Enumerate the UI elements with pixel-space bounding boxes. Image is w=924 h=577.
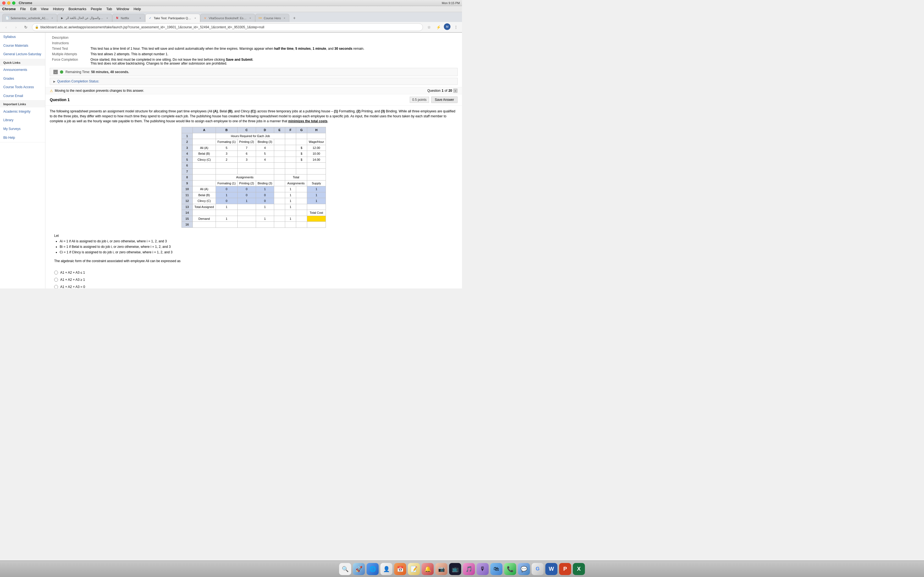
menu-edit[interactable]: Edit bbox=[30, 7, 36, 11]
tab-close-vitalsource[interactable]: × bbox=[248, 16, 252, 20]
tab-vitalsource[interactable]: V VitalSource Bookshelf: Essenti... × bbox=[200, 14, 255, 22]
menu-tab[interactable]: Tab bbox=[106, 7, 112, 11]
bookmark-icon[interactable]: ☆ bbox=[425, 23, 433, 31]
menu-icon[interactable]: ⋮ bbox=[452, 23, 460, 31]
sidebar-item-bb-help[interactable]: Bb Help bbox=[0, 134, 45, 142]
extensions-icon[interactable]: ⚡ bbox=[435, 23, 442, 31]
tab-quiz[interactable]: ✓ Take Test: Participation Quiz 6... × bbox=[145, 14, 200, 22]
table-row-11: 11 Belal (B) 1 0 0 1 1 bbox=[181, 192, 326, 198]
tab-close-pdf[interactable]: × bbox=[50, 16, 54, 20]
reload-button[interactable]: ↻ bbox=[22, 23, 30, 31]
sidebar-item-course-email[interactable]: Course Email bbox=[0, 92, 45, 101]
tab-close-quiz[interactable]: × bbox=[193, 16, 197, 20]
tab-close-arabic[interactable]: × bbox=[105, 16, 109, 20]
sidebar: Syllabus Course Materials General Lectur… bbox=[0, 33, 45, 288]
cell-h2: Wage/Hour bbox=[307, 139, 326, 145]
forward-button[interactable]: › bbox=[12, 23, 20, 31]
cell-c5: 3 bbox=[237, 156, 256, 163]
tab-favicon-coursehero: CH bbox=[258, 16, 262, 20]
table-row-6: 6 bbox=[181, 163, 326, 169]
tab-arabic[interactable]: ▶ التجهية والسؤال عن الحال باللغة الر...… bbox=[57, 14, 112, 22]
sidebar-item-syllabus[interactable]: Syllabus bbox=[0, 33, 45, 42]
table-row-14: 14 Total Cost bbox=[181, 210, 326, 216]
cell-a10: Ali (A) bbox=[192, 186, 216, 192]
sidebar-item-general-lecture[interactable]: General Lecture-Saturday bbox=[0, 50, 45, 59]
menu-help[interactable]: Help bbox=[134, 7, 141, 11]
cell-e2 bbox=[274, 139, 285, 145]
cell-e13 bbox=[274, 204, 285, 210]
cell-c9: Printing (2) bbox=[237, 180, 256, 186]
sidebar-item-announcements[interactable]: Announcements bbox=[0, 66, 45, 74]
sidebar-item-library[interactable]: Library bbox=[0, 116, 45, 125]
tab-close-coursehero[interactable]: × bbox=[283, 16, 286, 20]
cell-g16 bbox=[296, 222, 307, 228]
cell-g2 bbox=[296, 139, 307, 145]
cell-b6 bbox=[216, 163, 237, 169]
sidebar-item-course-materials[interactable]: Course Materials bbox=[0, 42, 45, 50]
menu-view[interactable]: View bbox=[41, 7, 48, 11]
cell-f10: 1 bbox=[285, 186, 296, 192]
tab-netflix[interactable]: N Netflix × bbox=[112, 14, 145, 22]
menu-chrome[interactable]: Chrome bbox=[2, 7, 16, 11]
cell-g5: $ bbox=[296, 156, 307, 163]
cell-b16 bbox=[216, 222, 237, 228]
save-answer-button[interactable]: Save Answer bbox=[431, 97, 457, 103]
completion-label[interactable]: Question Completion Status: bbox=[57, 79, 99, 83]
cell-h10: 1 bbox=[307, 186, 326, 192]
radio-opt3[interactable] bbox=[54, 285, 58, 289]
close-button[interactable] bbox=[2, 2, 5, 5]
tab-title-netflix: Netflix bbox=[121, 16, 137, 20]
new-tab-button[interactable]: + bbox=[291, 14, 298, 22]
tab-pdf[interactable]: 📄 5elementov_uchebnik_A1.pdf × bbox=[2, 14, 57, 22]
radio-opt2[interactable] bbox=[54, 278, 58, 282]
menu-file[interactable]: File bbox=[20, 7, 26, 11]
cell-g4: $ bbox=[296, 151, 307, 157]
tab-title-coursehero: Course Hero bbox=[264, 16, 281, 20]
tab-close-netflix[interactable]: × bbox=[138, 16, 142, 20]
sidebar-item-grades[interactable]: Grades bbox=[0, 74, 45, 83]
sidebar-item-course-tools-access[interactable]: Course Tools Access bbox=[0, 83, 45, 92]
spreadsheet-container: A B C D E F G H 1 bbox=[50, 127, 457, 228]
sidebar-header-important-links: Important Links bbox=[0, 101, 45, 107]
answer-option-1: A1 + A2 + A3 ≤ 1 bbox=[54, 270, 453, 275]
menu-people[interactable]: People bbox=[91, 7, 102, 11]
cell-c11: 0 bbox=[237, 192, 256, 198]
radio-opt1[interactable] bbox=[54, 271, 58, 274]
row-num-14: 14 bbox=[181, 210, 192, 216]
nav-right-controls: ☆ ⚡ M ⋮ bbox=[425, 23, 460, 31]
cell-d12: 0 bbox=[256, 198, 274, 204]
next-question-button[interactable]: › bbox=[453, 89, 457, 93]
question-nav-of: of bbox=[445, 89, 447, 93]
row-num-15: 15 bbox=[181, 216, 192, 222]
spreadsheet-table: A B C D E F G H 1 bbox=[181, 127, 326, 228]
cell-e7 bbox=[274, 168, 285, 174]
minimize-button[interactable] bbox=[7, 2, 10, 5]
collapse-icon[interactable]: – bbox=[53, 70, 58, 74]
menu-history[interactable]: History bbox=[53, 7, 64, 11]
back-button[interactable]: ‹ bbox=[2, 23, 10, 31]
tab-coursehero[interactable]: CH Course Hero × bbox=[255, 14, 289, 22]
sidebar-item-my-surveys[interactable]: My Surveys bbox=[0, 125, 45, 134]
address-bar[interactable]: 🔒 blackboard.adu.ac.ae/webapps/assessmen… bbox=[32, 23, 423, 31]
remaining-value: 58 minutes, 48 seconds. bbox=[91, 70, 129, 74]
maximize-button[interactable] bbox=[12, 2, 15, 5]
cell-e4 bbox=[274, 151, 285, 157]
warning-text: Moving to the next question prevents cha… bbox=[55, 89, 144, 93]
cell-h11: 1 bbox=[307, 192, 326, 198]
cell-d3: 4 bbox=[256, 145, 274, 151]
cell-g14 bbox=[296, 210, 307, 216]
cell-a3: Ali (A) bbox=[192, 145, 216, 151]
cell-d15: 1 bbox=[256, 216, 274, 222]
tab-favicon-pdf: 📄 bbox=[5, 16, 9, 20]
traffic-lights[interactable] bbox=[2, 2, 15, 5]
points-label: 0.5 points bbox=[410, 97, 429, 103]
sidebar-item-academic-integrity[interactable]: Academic Integrity bbox=[0, 108, 45, 116]
cell-f9: Assignments bbox=[285, 180, 307, 186]
menu-bookmarks[interactable]: Bookmarks bbox=[68, 7, 86, 11]
row-num-9: 9 bbox=[181, 180, 192, 186]
profile-icon[interactable]: M bbox=[444, 23, 451, 30]
cell-c10: 0 bbox=[237, 186, 256, 192]
tab-favicon-netflix: N bbox=[115, 16, 119, 20]
menu-window[interactable]: Window bbox=[116, 7, 129, 11]
test-info-section: Description Instructions Timed Test This… bbox=[45, 33, 462, 66]
